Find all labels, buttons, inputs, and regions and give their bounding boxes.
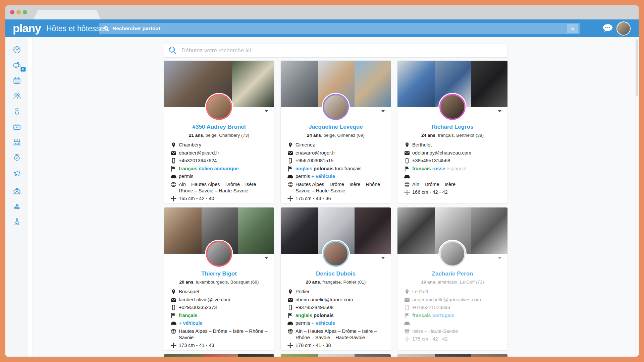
profile-avatar[interactable]	[323, 241, 349, 267]
regions-row: Ain – Drôme – Isère	[402, 181, 503, 188]
profile-summary: 21 ans, belge, Chambéry (73)	[169, 133, 269, 138]
flag-icon	[171, 166, 176, 172]
language-tag: polonais	[314, 166, 334, 171]
briefcase-icon	[12, 122, 21, 131]
email-row: auger.michelle@goncalves.com	[402, 297, 503, 303]
search-clear-button[interactable]: ×	[567, 24, 578, 33]
profile-photo	[435, 354, 471, 357]
profile-avatar[interactable]	[439, 241, 466, 267]
profile-photo	[164, 207, 202, 254]
profile-avatar[interactable]	[323, 94, 349, 120]
sidebar-item-inbox[interactable]: 0	[5, 57, 28, 73]
maximize-button[interactable]	[23, 10, 27, 14]
sidebar-item-outfits[interactable]	[5, 104, 28, 119]
cutoff-profile-card	[397, 354, 508, 357]
phone-icon	[287, 305, 293, 310]
profile-photo	[318, 354, 355, 357]
close-button[interactable]	[10, 10, 14, 14]
language-tag: portugais	[432, 313, 454, 318]
cutoff-profile-card	[280, 354, 391, 357]
sidebar-item-finance[interactable]: €	[5, 150, 28, 165]
profile-photo	[164, 354, 202, 357]
profile-avatar[interactable]	[206, 94, 232, 120]
driving-row: permis	[169, 173, 269, 180]
languages-row: français	[169, 312, 269, 319]
scrollbar-thumb[interactable]	[636, 39, 638, 96]
phone-icon	[404, 158, 410, 164]
pin-icon	[287, 142, 293, 148]
profile-name-link[interactable]: Zacharie Peron	[402, 270, 503, 277]
profile-card: Jacqueline Leveque 24 ans, belge, Gimene…	[280, 60, 391, 204]
profile-avatar[interactable]	[206, 241, 232, 267]
driving-row	[402, 173, 503, 180]
dress-icon	[12, 107, 21, 116]
profile-photo	[397, 354, 435, 357]
sidebar-item-dashboard[interactable]	[5, 42, 28, 57]
profile-summary: 24 ans, français, Berthelot (38)	[402, 133, 503, 138]
mailbox-icon	[12, 61, 21, 70]
mail-icon	[287, 297, 293, 303]
profile-photo	[202, 354, 238, 357]
phone-row: +9378528496608	[285, 304, 386, 311]
globe-icon	[404, 328, 410, 334]
sidebar-item-venues[interactable]	[5, 134, 28, 150]
cutoff-profile-card	[164, 354, 274, 357]
dashboard-icon	[12, 45, 21, 54]
flag-icon	[404, 166, 410, 172]
measurements-row: 178 cm - 41 - 38	[285, 342, 386, 349]
browser-window: plany Hôtes et hôtesses × 0€ #350 Audrey…	[5, 5, 639, 357]
profile-name-link[interactable]: Richard Legros	[402, 124, 503, 130]
language-tag: français	[412, 313, 431, 318]
flag-icon	[287, 166, 293, 172]
pin-icon	[287, 289, 293, 295]
language-tag: anglais	[296, 166, 312, 171]
regions-row: Ain – Hautes Alpes – Drôme – Isère – Rhô…	[285, 328, 386, 341]
profile-summary: 20 ans, luxembourgeois, Bousquet (69)	[169, 280, 269, 285]
profile-avatar[interactable]	[439, 94, 466, 120]
profile-photo	[397, 61, 435, 107]
card-menu-caret[interactable]	[265, 110, 268, 112]
chat-icon[interactable]	[602, 24, 613, 33]
sidebar-item-contacts[interactable]	[5, 88, 28, 104]
card-menu-caret[interactable]	[381, 110, 385, 112]
email-row: lambert.olivie@live.com	[169, 297, 269, 303]
sidebar-item-missions[interactable]	[5, 119, 28, 134]
flag-icon	[171, 313, 176, 318]
profile-name-link[interactable]: #350 Audrey Brunel	[169, 124, 269, 130]
sidebar-item-marketing[interactable]	[5, 165, 28, 181]
profile-card: #350 Audrey Brunel 21 ans, belge, Chambé…	[164, 60, 274, 204]
profile-name-link[interactable]: Denise Dubois	[285, 270, 386, 277]
main-search-input[interactable]	[181, 47, 503, 54]
globe-icon	[287, 328, 293, 334]
card-menu-caret[interactable]	[265, 257, 268, 259]
sidebar-item-settings[interactable]	[5, 199, 28, 214]
sidebar-item-campaigns[interactable]	[5, 183, 28, 199]
megaphone-icon	[12, 169, 21, 178]
card-menu-caret[interactable]	[381, 257, 385, 259]
driving-tag: + véhicule	[312, 320, 335, 326]
browser-tab[interactable]	[34, 10, 101, 19]
move-icon	[171, 343, 176, 348]
profile-name-link[interactable]: Jacqueline Leveque	[285, 124, 386, 130]
flask-icon	[12, 218, 21, 227]
phone-row: +3854951314568	[402, 158, 503, 164]
profile-name-link[interactable]: Thierry Bigot	[169, 270, 269, 277]
global-search-input[interactable]	[112, 25, 566, 32]
languages-row: françaisrusseespagnol	[402, 166, 503, 172]
car-icon	[287, 174, 293, 179]
sidebar-item-lab[interactable]	[5, 214, 28, 230]
browser-chrome	[5, 5, 639, 19]
card-menu-caret[interactable]	[498, 257, 501, 259]
minimize-button[interactable]	[16, 10, 21, 14]
measurements-row: 165 cm - 42 - 40	[169, 195, 269, 202]
car-icon	[404, 174, 410, 179]
language-tag: français	[412, 166, 431, 171]
scrollbar-track[interactable]	[635, 37, 639, 357]
mail-icon	[404, 150, 410, 156]
profile-photo	[281, 61, 318, 107]
card-menu-caret[interactable]	[498, 110, 501, 112]
sidebar-item-calendar[interactable]	[5, 73, 28, 88]
app-logo[interactable]: plany	[13, 22, 41, 35]
page-title: Hôtes et hôtesses	[46, 24, 108, 33]
user-avatar[interactable]	[616, 21, 631, 36]
